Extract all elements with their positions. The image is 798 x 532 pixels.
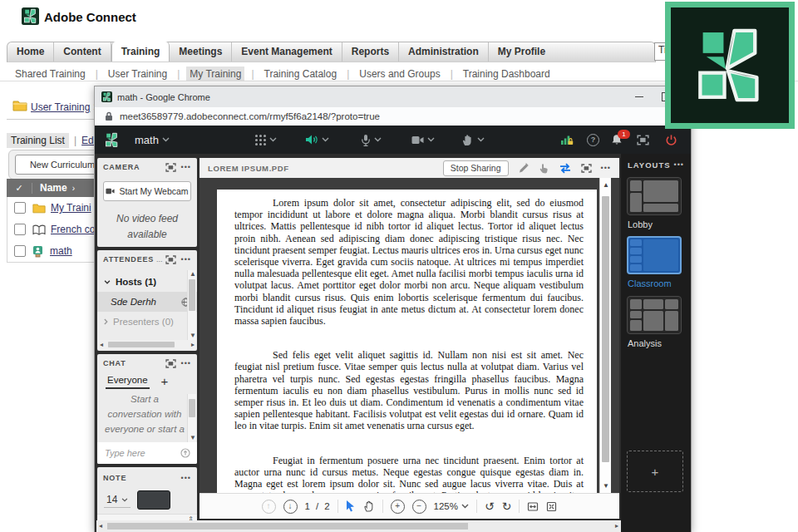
row-checkbox[interactable] [14, 202, 26, 214]
fit-width-icon[interactable] [527, 501, 539, 512]
page-up-button[interactable]: ↑ [262, 500, 276, 514]
hosts-group-row[interactable]: Hosts (1) [97, 272, 197, 292]
name-column-header[interactable]: Name [32, 182, 67, 194]
document-vertical-scrollbar[interactable]: ▲ ▼ [599, 178, 611, 493]
speaker-button[interactable] [305, 126, 329, 154]
layout-label-lobby[interactable]: Lobby [628, 219, 653, 229]
tab-event-management[interactable]: Event Management [232, 42, 342, 62]
undo-button[interactable]: ↺ [485, 500, 495, 512]
pod-menu-icon[interactable]: ••• [181, 475, 191, 482]
scroll-down-icon[interactable]: ▼ [190, 435, 196, 441]
redo-button[interactable]: ↻ [502, 500, 512, 512]
tab-training[interactable]: Training [111, 42, 170, 62]
select-cursor-icon[interactable] [346, 500, 357, 512]
scrollbar-thumb[interactable] [107, 523, 468, 530]
notifications-button[interactable]: 1 [610, 126, 623, 154]
subnav-user-training[interactable]: User Training [105, 66, 170, 81]
pan-hand-icon[interactable] [364, 500, 375, 512]
font-color-swatch[interactable] [137, 490, 170, 510]
page-down-button[interactable]: ↓ [283, 500, 298, 514]
scrollbar-thumb[interactable] [602, 196, 609, 462]
tab-content[interactable]: Content [54, 42, 111, 62]
layouts-menu-icon[interactable]: ••• [674, 161, 684, 169]
select-all-check[interactable]: ✓ [7, 183, 32, 194]
tab-home[interactable]: Home [7, 42, 54, 62]
minimize-button[interactable] [627, 86, 652, 106]
row-link-my-training[interactable]: My Traini [51, 202, 91, 214]
room-menu[interactable]: math [135, 126, 170, 154]
webcam-button[interactable] [411, 126, 435, 154]
add-layout-button[interactable]: + [627, 451, 683, 492]
stop-sharing-button[interactable]: Stop Sharing [443, 160, 509, 176]
scrollbar-thumb[interactable] [189, 279, 195, 311]
layout-thumb-analysis[interactable] [627, 296, 682, 334]
scroll-down-icon[interactable]: ▼ [190, 332, 196, 339]
chat-vertical-scrollbar[interactable]: ▼ [187, 394, 196, 442]
chrome-urlbar[interactable]: meet36589779.adobeconnect.com/rmyf5f6a21… [95, 107, 691, 126]
subnav-shared-training[interactable]: Shared Training [12, 66, 89, 81]
scroll-up-icon[interactable]: ▲ [190, 271, 196, 278]
row-link-math[interactable]: math [50, 245, 72, 257]
attendee-row[interactable]: Sde Derhh [97, 292, 197, 312]
pod-menu-icon[interactable]: ••• [181, 360, 191, 367]
url-text[interactable]: meet36589779.adobeconnect.com/rmyf5f6a21… [120, 111, 380, 121]
training-list-label[interactable]: Training List [7, 133, 69, 148]
fullscreen-button[interactable] [637, 126, 649, 154]
row-checkbox[interactable] [14, 245, 26, 257]
scroll-down-icon[interactable]: ▼ [603, 482, 609, 490]
tab-administration[interactable]: Administration [399, 42, 489, 62]
microphone-button[interactable] [361, 126, 382, 154]
pod-menu-icon[interactable]: ••• [181, 256, 191, 264]
subnav-training-dashboard[interactable]: Training Dashboard [460, 66, 554, 81]
tab-meetings[interactable]: Meetings [170, 42, 232, 62]
pod-expand-icon[interactable] [165, 163, 176, 172]
scroll-left-icon[interactable]: ◂ [99, 523, 102, 530]
scroll-right-icon[interactable]: ▸ [191, 342, 195, 348]
tab-my-profile[interactable]: My Profile [489, 42, 554, 62]
emoticon-icon[interactable] [180, 448, 190, 458]
row-checkbox[interactable] [14, 224, 26, 235]
zoom-in-button[interactable]: + [391, 500, 405, 514]
zoom-level-dropdown[interactable]: 125% [434, 501, 469, 511]
layout-label-classroom[interactable]: Classroom [628, 278, 672, 288]
attendees-horizontal-scrollbar[interactable]: ◂ ▸ [98, 340, 196, 349]
chat-tab-everyone[interactable]: Everyone [106, 372, 150, 389]
start-webcam-button[interactable]: Start My Webcam [103, 181, 191, 201]
layout-label-analysis[interactable]: Analysis [628, 338, 662, 348]
pod-expand-icon[interactable] [165, 255, 176, 264]
pod-menu-icon[interactable]: ••• [181, 164, 191, 171]
meeting-horizontal-scrollbar[interactable]: ◂ ▸ [96, 520, 621, 532]
chrome-titlebar[interactable]: math - Google Chrome [95, 86, 691, 107]
subnav-training-catalog[interactable]: Training Catalog [261, 66, 341, 81]
pointer-hand-icon[interactable] [539, 162, 549, 174]
chat-input[interactable]: Type here [97, 442, 197, 464]
meeting-logo[interactable] [103, 126, 121, 154]
breadcrumb-user-training[interactable]: User Training [31, 101, 90, 113]
pod-expand-icon[interactable] [165, 359, 176, 368]
scrollbar-thumb[interactable] [108, 342, 175, 347]
layout-thumb-classroom[interactable] [627, 236, 682, 274]
row-link-french-course[interactable]: French co [51, 224, 95, 235]
pod-menu-icon[interactable]: ••• [601, 165, 611, 172]
add-chat-tab-button[interactable]: + [161, 374, 169, 388]
page-current[interactable]: 1 [305, 501, 310, 511]
pods-menu-button[interactable] [255, 126, 277, 154]
scroll-left-icon[interactable]: ◂ [100, 342, 103, 348]
scrollbar-thumb[interactable] [189, 399, 195, 417]
layout-thumb-lobby[interactable] [627, 177, 682, 215]
sync-arrows-icon[interactable] [559, 163, 572, 174]
attendees-vertical-scrollbar[interactable]: ▲ ▼ [187, 270, 196, 340]
subnav-users-and-groups[interactable]: Users and Groups [356, 66, 443, 81]
exit-button[interactable] [665, 126, 677, 154]
raise-hand-button[interactable] [462, 126, 485, 154]
subnav-my-training[interactable]: My Training [186, 66, 244, 81]
fit-page-icon[interactable] [546, 501, 557, 512]
presenters-group-row[interactable]: Presenters (0) [97, 312, 197, 332]
tab-reports[interactable]: Reports [342, 42, 399, 62]
zoom-out-button[interactable]: − [412, 500, 426, 514]
pod-expand-icon[interactable] [581, 164, 592, 173]
font-size-dropdown[interactable]: 14 [104, 492, 131, 508]
scroll-up-icon[interactable]: ▲ [603, 181, 609, 189]
scroll-right-icon[interactable]: ▸ [615, 523, 618, 530]
help-button[interactable]: ? [587, 126, 599, 154]
